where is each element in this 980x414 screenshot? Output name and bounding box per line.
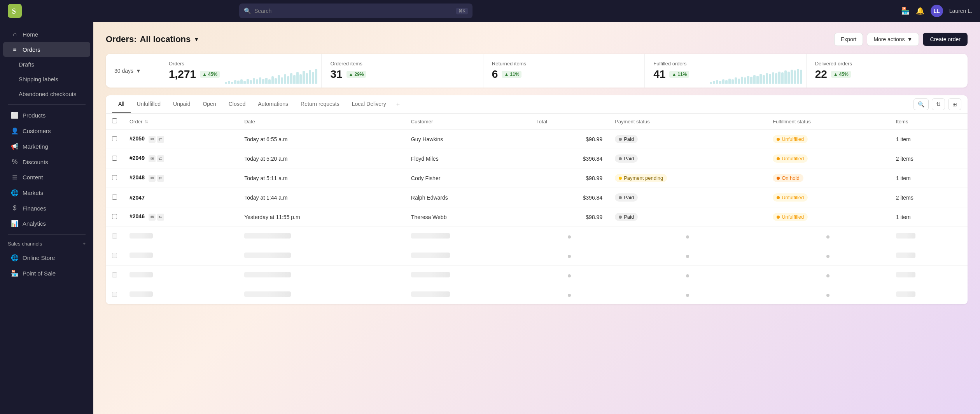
sidebar-item-drafts[interactable]: Drafts xyxy=(3,57,90,72)
avatar[interactable]: LL xyxy=(931,5,943,17)
order-customer-cell: Theresa Webb xyxy=(405,207,530,227)
order-fulfillment-status-cell: Unfulfilled xyxy=(766,207,889,227)
stat-badge-fulfilled-orders: ▲ 11% xyxy=(669,71,689,78)
loading-customer xyxy=(405,227,530,246)
tab-return-requests[interactable]: Return requests xyxy=(294,95,346,113)
sidebar-item-customers[interactable]: 👤 Customers xyxy=(3,123,90,139)
order-number-cell[interactable]: #2048 ✉ 🏷 xyxy=(123,168,238,188)
order-items-cell: 1 item xyxy=(890,130,968,149)
search-filter-button[interactable]: 🔍 xyxy=(914,98,929,110)
loading-items xyxy=(890,266,968,285)
sidebar-item-marketing[interactable]: 📢 Marketing xyxy=(3,139,90,154)
row-checkbox-cell[interactable] xyxy=(106,149,123,168)
sidebar-item-home[interactable]: ⌂ Home xyxy=(3,27,90,42)
sidebar-item-shipping-labels[interactable]: Shipping labels xyxy=(3,72,90,86)
search-shortcut: ⌘K xyxy=(456,8,468,14)
content-icon: ☰ xyxy=(11,174,19,181)
order-link[interactable]: #2046 xyxy=(130,213,145,219)
order-customer-cell: Ralph Edwards xyxy=(405,188,530,207)
chevron-down-icon: ▼ xyxy=(907,36,913,42)
table-loading-row xyxy=(106,285,968,305)
stat-value-orders: 1,271 xyxy=(169,68,196,81)
sidebar-item-online-store[interactable]: 🌐 Online Store xyxy=(3,250,90,265)
sidebar-item-products[interactable]: ⬜ Products xyxy=(3,108,90,123)
sidebar-item-analytics[interactable]: 📊 Analytics xyxy=(3,216,90,231)
tab-local-delivery[interactable]: Local Delivery xyxy=(346,95,392,113)
columns-button[interactable]: ⊞ xyxy=(948,98,961,110)
loading-items xyxy=(890,246,968,266)
stat-value-fulfilled-orders: 41 xyxy=(653,68,665,81)
sidebar-label-content: Content xyxy=(23,174,43,181)
loading-checkbox xyxy=(106,285,123,305)
order-link[interactable]: #2047 xyxy=(130,195,145,201)
order-number-cell[interactable]: #2046 ✉ 🏷 xyxy=(123,207,238,227)
search-bar[interactable]: 🔍 ⌘K xyxy=(239,4,472,18)
row-checkbox-cell[interactable] xyxy=(106,168,123,188)
location-filter-button[interactable]: All locations ▼ xyxy=(140,34,199,44)
row-checkbox[interactable] xyxy=(112,136,117,141)
row-checkbox-cell[interactable] xyxy=(106,188,123,207)
select-all-header[interactable] xyxy=(106,114,123,130)
loading-payment xyxy=(609,285,766,305)
sidebar-item-abandoned-checkouts[interactable]: Abandoned checkouts xyxy=(3,87,90,101)
date-range-selector[interactable]: 30 days ▼ xyxy=(106,54,160,88)
tab-open[interactable]: Open xyxy=(196,95,222,113)
tab-unpaid[interactable]: Unpaid xyxy=(167,95,196,113)
sidebar-item-discounts[interactable]: % Discounts xyxy=(3,154,90,169)
table-loading-row xyxy=(106,227,968,246)
tab-closed[interactable]: Closed xyxy=(222,95,252,113)
logo-area[interactable]: S xyxy=(8,4,22,18)
sidebar-item-orders[interactable]: ≡ Orders xyxy=(3,42,90,57)
order-link[interactable]: #2048 xyxy=(130,174,145,181)
sort-button[interactable]: ⇅ xyxy=(932,98,945,110)
orders-table-wrapper: Order ⇅ Date Customer Total Payment stat… xyxy=(106,114,968,304)
sidebar-item-finances[interactable]: $ Finances xyxy=(3,201,90,216)
sidebar-label-abandoned-checkouts: Abandoned checkouts xyxy=(19,91,76,97)
sidebar-item-content[interactable]: ☰ Content xyxy=(3,170,90,185)
stats-row: 30 days ▼ Orders 1,271 ▲ 45% xyxy=(106,54,968,88)
order-number-cell[interactable]: #2049 ✉ 🏷 xyxy=(123,149,238,168)
loading-total xyxy=(530,285,609,305)
row-checkbox-cell[interactable] xyxy=(106,207,123,227)
order-fulfillment-status-cell: Unfulfilled xyxy=(766,188,889,207)
order-tag-icon: 🏷 xyxy=(157,175,164,182)
tab-automations[interactable]: Automations xyxy=(252,95,294,113)
nav-bell-icon[interactable]: 🔔 xyxy=(916,7,924,15)
table-row[interactable]: #2048 ✉ 🏷 Today at 5:11 a.m Cody Fisher … xyxy=(106,168,968,188)
search-input[interactable] xyxy=(254,8,453,14)
nav-store-icon[interactable]: 🏪 xyxy=(901,7,910,15)
row-checkbox[interactable] xyxy=(112,214,117,219)
select-all-checkbox[interactable] xyxy=(112,118,117,123)
row-checkbox[interactable] xyxy=(112,175,117,180)
row-checkbox[interactable] xyxy=(112,156,117,161)
table-row[interactable]: #2047 Today at 1:44 a.m Ralph Edwards $3… xyxy=(106,188,968,207)
sales-channels-header[interactable]: Sales channels + xyxy=(0,238,93,250)
more-actions-button[interactable]: More actions ▼ xyxy=(867,33,919,46)
fulfillment-status-badge: Unfulfilled xyxy=(773,213,808,221)
sidebar-item-point-of-sale[interactable]: 🏪 Point of Sale xyxy=(3,266,90,281)
order-link[interactable]: #2049 xyxy=(130,155,145,161)
export-button[interactable]: Export xyxy=(834,33,863,46)
total-column-header: Total xyxy=(530,114,609,130)
row-checkbox-cell[interactable] xyxy=(106,130,123,149)
table-row[interactable]: #2046 ✉ 🏷 Yesterday at 11:55 p.m Theresa… xyxy=(106,207,968,227)
row-checkbox[interactable] xyxy=(112,195,117,200)
tab-all[interactable]: All xyxy=(112,95,131,113)
home-icon: ⌂ xyxy=(11,31,19,38)
stat-chart-orders xyxy=(225,68,317,84)
order-column-header[interactable]: Order ⇅ xyxy=(123,114,238,130)
order-link[interactable]: #2050 xyxy=(130,135,145,142)
tab-more-button[interactable]: + xyxy=(392,95,404,113)
sidebar-label-shipping-labels: Shipping labels xyxy=(19,76,58,82)
table-row[interactable]: #2050 ✉ 🏷 Today at 6:55 a.m Guy Hawkins … xyxy=(106,130,968,149)
order-icons: ✉ 🏷 xyxy=(149,136,164,143)
table-row[interactable]: #2049 ✉ 🏷 Today at 5:20 a.m Floyd Miles … xyxy=(106,149,968,168)
order-number-cell[interactable]: #2050 ✉ 🏷 xyxy=(123,130,238,149)
date-column-header: Date xyxy=(238,114,405,130)
create-order-button[interactable]: Create order xyxy=(923,33,968,46)
tab-unfulfilled[interactable]: Unfulfilled xyxy=(131,95,167,113)
order-icons: ✉ 🏷 xyxy=(149,214,164,221)
sidebar-item-markets[interactable]: 🌐 Markets xyxy=(3,185,90,200)
order-items-cell: 1 item xyxy=(890,168,968,188)
order-number-cell[interactable]: #2047 xyxy=(123,188,238,207)
